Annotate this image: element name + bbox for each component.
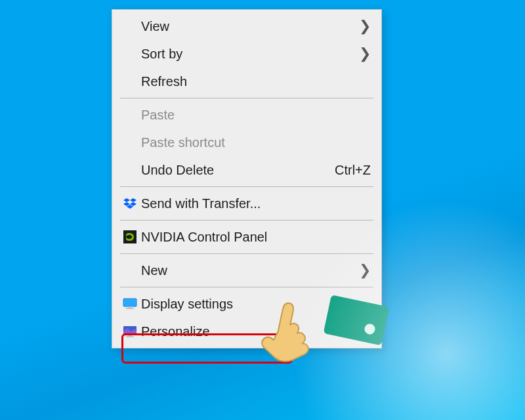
menu-item-send-with-transfer[interactable]: Send with Transfer... [112, 190, 381, 217]
menu-separator [120, 98, 373, 98]
nvidia-icon [119, 230, 141, 243]
menu-item-paste: Paste [112, 101, 381, 129]
svg-rect-6 [123, 299, 136, 306]
svg-marker-1 [130, 198, 136, 202]
chevron-right-icon: ❯ [359, 18, 371, 35]
menu-separator [120, 186, 373, 187]
menu-item-label: Sort by [141, 47, 359, 62]
svg-marker-0 [123, 198, 130, 202]
menu-item-paste-shortcut: Paste shortcut [112, 129, 381, 156]
svg-rect-5 [123, 230, 136, 243]
menu-item-label: Refresh [141, 74, 371, 89]
menu-item-new[interactable]: New ❯ [112, 257, 381, 284]
menu-item-display-settings[interactable]: Display settings [112, 290, 381, 318]
svg-rect-8 [126, 308, 134, 309]
menu-item-label: Send with Transfer... [141, 196, 371, 211]
chevron-right-icon: ❯ [359, 262, 371, 279]
menu-separator [120, 287, 373, 287]
personalize-icon [119, 326, 141, 337]
menu-item-view[interactable]: View ❯ [112, 12, 381, 40]
desktop-background: View ❯ Sort by ❯ Refresh Paste Paste sho… [0, 0, 525, 420]
chevron-right-icon: ❯ [359, 45, 371, 62]
desktop-context-menu: View ❯ Sort by ❯ Refresh Paste Paste sho… [112, 9, 382, 348]
menu-item-nvidia-control-panel[interactable]: NVIDIA Control Panel [112, 223, 381, 251]
svg-rect-10 [128, 335, 132, 336]
menu-item-label: Personalize [141, 324, 371, 339]
menu-item-shortcut: Ctrl+Z [322, 163, 371, 178]
dropbox-icon [119, 197, 141, 210]
menu-separator [120, 220, 373, 220]
menu-item-label: Paste [141, 108, 371, 123]
menu-item-sort-by[interactable]: Sort by ❯ [112, 40, 381, 68]
display-icon [119, 298, 141, 310]
menu-item-label: View [141, 19, 359, 34]
menu-item-undo-delete[interactable]: Undo Delete Ctrl+Z [112, 156, 381, 184]
menu-separator [120, 253, 373, 254]
menu-item-label: Undo Delete [141, 163, 322, 178]
menu-item-personalize[interactable]: Personalize [112, 318, 381, 345]
menu-item-refresh[interactable]: Refresh [112, 68, 381, 95]
menu-item-label: New [141, 263, 359, 278]
menu-item-label: NVIDIA Control Panel [141, 230, 371, 245]
menu-item-label: Display settings [141, 297, 371, 312]
menu-item-label: Paste shortcut [141, 135, 371, 150]
svg-rect-11 [126, 336, 134, 337]
svg-rect-7 [128, 306, 132, 308]
